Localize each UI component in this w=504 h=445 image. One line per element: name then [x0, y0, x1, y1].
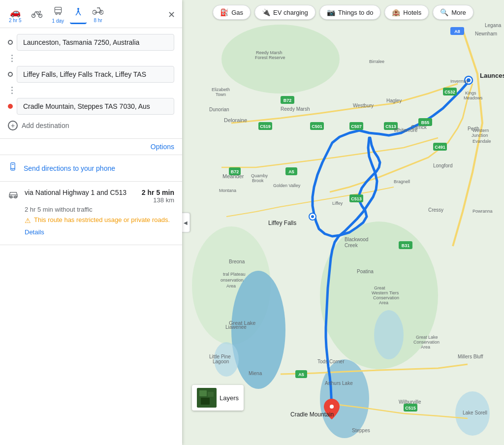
svg-point-24 [374, 310, 404, 359]
svg-text:Blackwood: Blackwood [345, 237, 368, 242]
svg-text:Great: Great [374, 286, 385, 290]
motorcycle-icon [32, 9, 42, 21]
options-bar: Options [0, 139, 182, 155]
things-to-do-label: Things to do [338, 9, 374, 16]
transport-mode-drive[interactable]: 🚗 2 hr 5 [5, 5, 26, 25]
svg-text:Dunorian: Dunorian [209, 107, 229, 112]
map-area[interactable]: ⛽ Gas 🔌 EV charging 📷 Things to do 🏨 Hot… [182, 0, 504, 445]
svg-text:Lake Sorell: Lake Sorell [463, 410, 487, 415]
send-phone-label: Send directions to your phone [24, 164, 115, 172]
cycle-icon [93, 6, 103, 18]
add-destination-icon: + [8, 121, 18, 130]
svg-text:Meander: Meander [222, 173, 244, 179]
svg-text:Brook: Brook [252, 178, 264, 183]
svg-text:Tods Corner: Tods Corner [317, 359, 345, 364]
svg-text:Western Tiers: Western Tiers [372, 290, 399, 295]
more-pill[interactable]: 🔍 More [433, 5, 473, 20]
destination-input[interactable] [17, 98, 174, 115]
svg-text:A5: A5 [298, 372, 304, 377]
add-destination-label: Add destination [22, 122, 69, 129]
hotels-label: Hotels [403, 9, 421, 16]
add-destination-row[interactable]: + Add destination [8, 119, 174, 132]
hotels-pill[interactable]: 🏨 Hotels [384, 5, 429, 20]
svg-text:C501: C501 [312, 124, 322, 129]
svg-text:Forest Reserve: Forest Reserve [255, 55, 285, 60]
svg-text:Area: Area [421, 345, 430, 350]
svg-text:Western: Western [472, 128, 489, 133]
svg-point-13 [12, 169, 13, 170]
svg-point-7 [77, 8, 79, 10]
gas-pill[interactable]: ⛽ Gas [213, 5, 251, 20]
svg-text:C532: C532 [444, 90, 455, 95]
svg-text:C519: C519 [260, 124, 271, 129]
camera-icon: 📷 [327, 8, 335, 16]
route-info: via National Highway 1 and C513 2 hr 5 m… [25, 189, 174, 236]
svg-text:Hagley: Hagley [386, 98, 402, 103]
svg-text:Montana: Montana [219, 188, 236, 193]
svg-text:A5: A5 [288, 169, 294, 174]
svg-text:Liffey: Liffey [332, 201, 343, 206]
more-label: More [451, 9, 466, 16]
svg-text:Powranna: Powranna [472, 209, 493, 214]
svg-text:Miena: Miena [249, 371, 262, 376]
ev-icon: 🔌 [262, 8, 270, 16]
svg-text:Area: Area [379, 300, 388, 305]
route-result: via National Highway 1 and C513 2 hr 5 m… [0, 182, 182, 245]
route-via: via National Highway 1 and C513 [25, 189, 138, 196]
phone-icon [8, 162, 18, 174]
transport-mode-cycle[interactable]: 8 hr [89, 4, 107, 25]
transport-mode-transit[interactable]: 1 day [48, 4, 68, 26]
svg-text:Evandale: Evandale [472, 139, 491, 144]
svg-text:Newnham: Newnham [475, 31, 497, 36]
svg-point-5 [59, 13, 60, 14]
things-to-do-pill[interactable]: 📷 Things to do [319, 5, 381, 20]
svg-text:Liawenee: Liawenee [225, 324, 247, 330]
svg-text:Birralee: Birralee [369, 59, 384, 64]
send-to-phone[interactable]: Send directions to your phone [0, 155, 182, 182]
svg-text:onservation: onservation [220, 278, 244, 283]
svg-text:Area: Area [226, 284, 236, 288]
warning-icon: ⚠ [25, 217, 31, 224]
svg-point-4 [56, 13, 57, 14]
waypoint-row [8, 66, 174, 83]
svg-text:Bragnell: Bragnell [394, 179, 410, 184]
svg-text:Meadows: Meadows [464, 95, 483, 100]
svg-text:B31: B31 [402, 243, 410, 248]
options-button[interactable]: Options [151, 143, 174, 151]
svg-text:Millers Bluff: Millers Bluff [458, 354, 483, 359]
drive-icon: 🚗 [10, 7, 21, 18]
waypoint-input[interactable] [17, 66, 174, 83]
collapse-panel-button[interactable]: ◀ [182, 213, 190, 232]
route-details-link[interactable]: Details [25, 228, 174, 236]
svg-text:Wilburville: Wilburville [399, 399, 421, 405]
ev-label: EV charging [273, 9, 308, 16]
svg-rect-124 [208, 392, 214, 397]
svg-text:C513: C513 [351, 196, 362, 201]
layers-button[interactable]: Layers [192, 385, 244, 411]
svg-text:B72: B72 [284, 98, 292, 103]
svg-rect-125 [201, 398, 210, 405]
svg-text:Quamby: Quamby [251, 173, 268, 178]
svg-text:Legana: Legana [485, 23, 502, 28]
warning-text: This route has restricted usage or priva… [34, 216, 170, 223]
transport-mode-walk[interactable] [70, 5, 87, 24]
origin-input[interactable] [17, 34, 174, 51]
svg-text:Cressy: Cressy [428, 207, 443, 213]
map-svg: A8 C532 B72 C519 C501 C507 C513 B55 C491… [182, 0, 504, 445]
svg-text:Creek: Creek [345, 243, 358, 248]
svg-text:Steppes: Steppes [352, 428, 370, 433]
svg-text:Town: Town [216, 92, 226, 97]
transport-mode-motorcycle[interactable] [28, 7, 46, 23]
svg-text:Longford: Longford [433, 163, 452, 168]
svg-text:Junction: Junction [472, 133, 488, 138]
close-button[interactable]: ✕ [166, 7, 177, 22]
hotel-icon: 🏨 [392, 8, 400, 16]
route-warning: ⚠ This route has restricted usage or pri… [25, 216, 174, 224]
ev-charging-pill[interactable]: 🔌 EV charging [254, 5, 315, 20]
route-duration: 2 hr 5 min [142, 189, 174, 196]
route-connector [11, 55, 13, 62]
svg-text:Liffey Falls: Liffey Falls [268, 220, 296, 226]
layers-label: Layers [220, 394, 239, 402]
destination-dot [8, 104, 13, 109]
destination-row [8, 98, 174, 115]
